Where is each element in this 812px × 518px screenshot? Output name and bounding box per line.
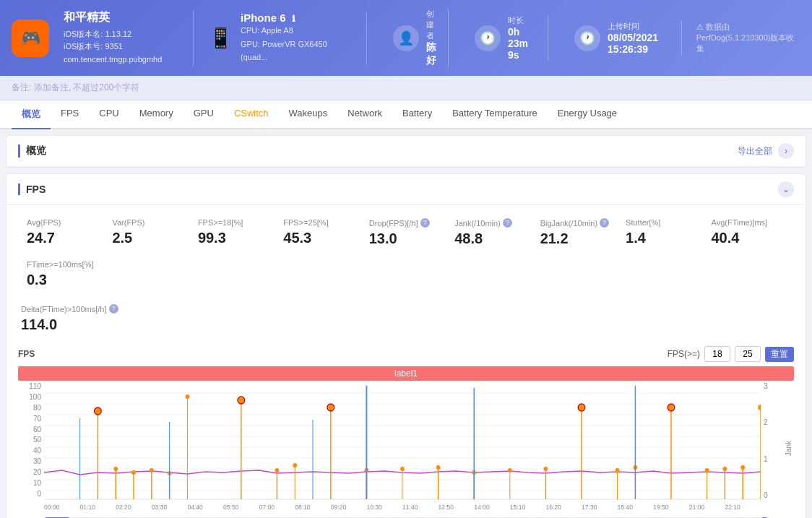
stat-ftime-100: FTime>=100ms[%] 0.3 (21, 257, 791, 291)
bigjank-info-icon[interactable]: ? (600, 218, 609, 228)
tab-cpu[interactable]: CPU (89, 100, 129, 129)
svg-text:05:50: 05:50 (223, 504, 239, 511)
fps-collapse-button[interactable]: ⌄ (778, 181, 794, 197)
stat-jank: Jank(/10min) ? 48.8 (449, 215, 534, 250)
duration-info: 时长 0h 23m 9s (508, 15, 536, 61)
svg-point-22 (186, 394, 190, 399)
fps-chart-svg: 00:00 01:10 02:20 03:30 04:40 05:50 07:0… (44, 382, 761, 512)
svg-point-26 (275, 468, 280, 472)
svg-text:04:40: 04:40 (187, 504, 203, 511)
drop-fps-info-icon[interactable]: ? (420, 218, 430, 228)
svg-point-58 (758, 405, 761, 410)
svg-point-12 (95, 408, 101, 414)
svg-point-24 (238, 397, 244, 403)
svg-point-52 (705, 468, 709, 472)
y-axis-left: 110 100 80 70 60 50 40 30 20 10 0 (18, 382, 44, 512)
fps-chart-area: FPS FPS(>=) 重置 label1 110 100 80 70 60 5… (7, 340, 805, 518)
y-axis-right: 3 2 1 0 (761, 382, 782, 499)
tab-battery-temperature[interactable]: Battery Temperature (442, 100, 548, 129)
tab-energy-usage[interactable]: Energy Usage (548, 100, 627, 129)
chart-top-bar: FPS FPS(>=) 重置 (18, 346, 794, 362)
svg-text:02:20: 02:20 (116, 504, 131, 511)
svg-point-30 (328, 405, 334, 410)
fps-title: FPS (18, 184, 46, 195)
svg-point-36 (436, 465, 441, 470)
stat-stutter: Stutter[%] 1.4 (620, 215, 705, 250)
svg-text:17:30: 17:30 (582, 504, 597, 511)
svg-text:22:10: 22:10 (725, 504, 740, 511)
fps-threshold-controls: FPS(>=) 重置 (668, 346, 794, 362)
svg-text:15:10: 15:10 (510, 504, 526, 511)
svg-point-28 (293, 463, 297, 467)
info-icon[interactable]: ℹ (292, 14, 295, 24)
svg-text:07:00: 07:00 (259, 504, 275, 511)
export-button[interactable]: 导出全部 (738, 145, 772, 157)
svg-point-40 (508, 468, 512, 472)
svg-text:00:00: 00:00 (44, 504, 60, 511)
bundle-id: com.tencent.tmgp.pubgmhd (64, 53, 178, 66)
svg-text:16:20: 16:20 (545, 504, 561, 511)
creator-icon: 👤 (393, 25, 419, 51)
chart-main: 00:00 01:10 02:20 03:30 04:40 05:50 07:0… (44, 382, 761, 514)
svg-point-54 (723, 467, 727, 471)
chart-wrapper: 110 100 80 70 60 50 40 30 20 10 0 (18, 382, 794, 514)
tab-network[interactable]: Network (337, 100, 392, 129)
creator-info: 创建者 陈好 (426, 9, 436, 67)
svg-point-14 (113, 467, 118, 471)
reset-button[interactable]: 重置 (765, 347, 794, 362)
stat-avg-ftime: Avg(FTime)[ms] 40.4 (706, 215, 791, 250)
svg-text:14:00: 14:00 (474, 504, 490, 511)
duration-section: 🕐 时长 0h 23m 9s (463, 15, 548, 61)
tab-wakeups[interactable]: Wakeups (279, 100, 338, 129)
notes-bar: 备注: 添加备注, 不超过200个字符 (0, 76, 812, 100)
fps-section: FPS ⌄ Avg(FPS) 24.7 Var(FPS) 2.5 FPS>=18… (6, 173, 806, 518)
version-note: ⚠ 数据由PerfDog(5.1.210300)版本收集 (696, 22, 800, 54)
clock-icon: 🕐 (475, 25, 501, 51)
fps-threshold-input-18[interactable] (704, 346, 730, 362)
device-icon: 📱 (208, 26, 233, 50)
collapse-button[interactable]: › (778, 143, 794, 159)
app-icon: 🎮 (12, 20, 49, 57)
svg-point-46 (616, 468, 620, 472)
fps-header: FPS ⌄ (7, 174, 805, 205)
svg-point-42 (544, 467, 548, 471)
device-name: iPhone 6 ℹ (241, 12, 352, 24)
tab-battery[interactable]: Battery (392, 100, 442, 129)
chart-label-bar: label1 (18, 366, 794, 381)
tab-fps[interactable]: FPS (51, 100, 89, 129)
svg-text:09:20: 09:20 (331, 504, 347, 511)
jank-axis-title: Jank (782, 382, 794, 514)
ios-build: iOS版本号: 9351 (64, 40, 178, 53)
stat-var-fps: Var(FPS) 2.5 (106, 215, 191, 250)
svg-text:21:00: 21:00 (689, 504, 705, 511)
svg-point-18 (150, 468, 154, 472)
tab-memory[interactable]: Memory (129, 100, 183, 129)
app-name: 和平精英 (64, 10, 178, 25)
delta-info-icon[interactable]: ? (109, 304, 118, 314)
delta-section: Delta(FTime)>100ms[/h] ? 114.0 (7, 301, 805, 340)
stat-big-jank: BigJank(/10min) ? 21.2 (535, 215, 620, 250)
fps-stats-grid: Avg(FPS) 24.7 Var(FPS) 2.5 FPS>=18[%] 99… (7, 205, 805, 301)
creator-section: 👤 创建者 陈好 (381, 9, 449, 67)
upload-icon: 🕐 (574, 25, 600, 51)
stat-avg-fps: Avg(FPS) 24.7 (21, 215, 106, 250)
svg-text:19:50: 19:50 (653, 504, 669, 511)
jank-info-icon[interactable]: ? (503, 218, 512, 228)
tab-gpu[interactable]: GPU (183, 100, 224, 129)
tab-overview[interactable]: 概览 (12, 100, 51, 129)
svg-point-16 (131, 470, 136, 475)
svg-point-56 (740, 465, 745, 470)
fps-threshold-input-25[interactable] (735, 346, 761, 362)
overview-title: 概览 (18, 144, 46, 157)
device-section: 📱 iPhone 6 ℹ CPU: Apple A8 GPU: PowerVR … (208, 12, 367, 64)
svg-point-44 (579, 405, 584, 410)
svg-text:18:40: 18:40 (618, 504, 634, 511)
svg-point-34 (400, 467, 405, 471)
chart-fps-label: FPS (18, 349, 35, 359)
app-header: 🎮 和平精英 iOS版本名: 1.13.12 iOS版本号: 9351 com.… (0, 0, 812, 76)
svg-text:12:50: 12:50 (439, 504, 454, 511)
nav-tabs: 概览 FPS CPU Memory GPU CSwitch Wakeups Ne… (0, 100, 812, 129)
svg-text:08:10: 08:10 (295, 504, 311, 511)
upload-info: 上传时间 08/05/2021 15:26:39 (608, 21, 670, 55)
tab-cswitch[interactable]: CSwitch (224, 100, 279, 129)
